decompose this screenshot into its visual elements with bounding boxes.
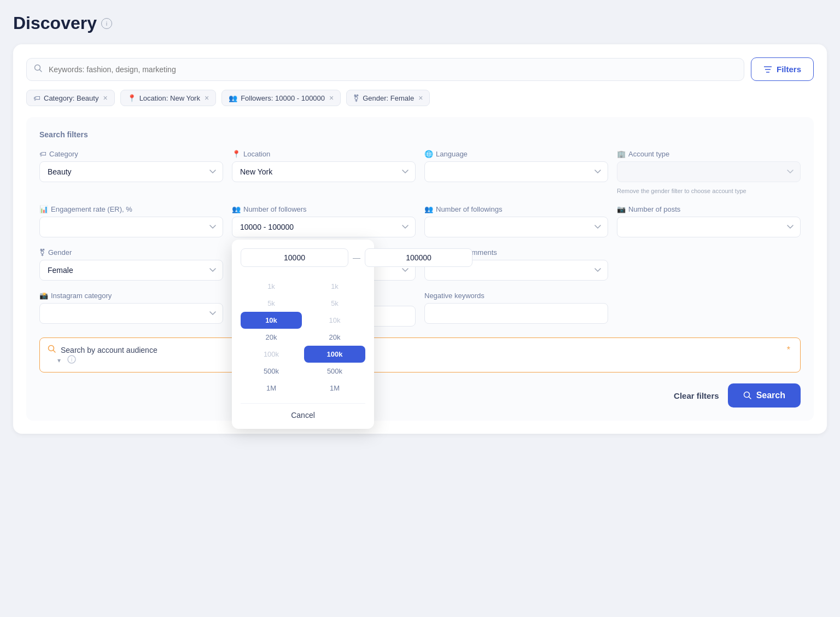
account-type-icon: 🏢 xyxy=(617,150,626,158)
fol-min-1k[interactable]: 1k xyxy=(241,278,302,295)
posts-label-text: Number of posts xyxy=(628,205,680,213)
filters-section: Search filters 🏷 Category Beauty Fashion… xyxy=(26,117,814,421)
fol-min-5k[interactable]: 5k xyxy=(241,295,302,312)
posts-label: 📷 Number of posts xyxy=(617,205,801,213)
clear-filters-button[interactable]: Clear filters xyxy=(674,391,719,400)
active-filters-row: 🏷 Category: Beauty × 📍 Location: New Yor… xyxy=(26,90,814,106)
keyword-search-icon xyxy=(34,64,43,75)
category-label-text: Category xyxy=(49,150,78,158)
fol-max-1k[interactable]: 1k xyxy=(304,278,365,295)
audience-search-icon xyxy=(48,345,56,355)
account-type-hint: Remove the gender filter to choose accou… xyxy=(617,188,801,194)
search-bar-row: Filters xyxy=(26,57,814,81)
fol-min-20k[interactable]: 20k xyxy=(241,329,302,346)
category-icon: 🏷 xyxy=(39,150,46,158)
followers-tag-label: Followers: 10000 - 100000 xyxy=(241,94,325,102)
audience-required-marker: * xyxy=(787,345,790,355)
audience-chevron-icon: ▾ xyxy=(57,357,61,364)
filter-group-account-type: 🏢 Account type Remove the gender filter … xyxy=(617,150,801,194)
er-select[interactable] xyxy=(39,217,223,237)
followers-label-text: Number of followers xyxy=(243,205,307,213)
range-separator: — xyxy=(353,253,360,262)
fol-min-500k[interactable]: 500k xyxy=(241,363,302,380)
negative-keywords-input[interactable] xyxy=(424,303,608,324)
er-icon: 📊 xyxy=(39,205,48,213)
followers-cancel-row: Cancel xyxy=(241,403,365,420)
filter-group-gender: ⚧ Gender Female Male All xyxy=(39,248,223,281)
filter-tag-category: 🏷 Category: Beauty × xyxy=(26,90,115,106)
location-icon: 📍 xyxy=(232,150,241,158)
location-label-text: Location xyxy=(243,150,270,158)
keyword-input-wrap xyxy=(26,58,744,81)
filters-row-1: 🏷 Category Beauty Fashion Lifestyle 📍 Lo… xyxy=(39,150,801,194)
er-label: 📊 Engagement rate (ER), % xyxy=(39,205,223,213)
fol-max-100k[interactable]: 100k xyxy=(304,346,365,363)
audience-search-row[interactable]: Search by account audience * ▾ i xyxy=(39,337,801,372)
gender-select[interactable]: Female Male All xyxy=(39,260,223,281)
filters-title: Search filters xyxy=(39,130,801,139)
followers-tag-remove[interactable]: × xyxy=(329,94,334,102)
followers-cancel-button[interactable]: Cancel xyxy=(291,411,315,420)
gender-tag-remove[interactable]: × xyxy=(418,94,423,102)
followers-tag-icon: 👥 xyxy=(229,94,237,102)
negative-keywords-label: Negative keywords xyxy=(424,292,608,300)
filter-tag-location: 📍 Location: New York × xyxy=(120,90,216,106)
bottom-actions: Clear filters Search xyxy=(39,383,801,408)
gender-tag-icon: ⚧ xyxy=(353,94,359,102)
search-btn-label: Search xyxy=(756,391,785,400)
account-type-select[interactable] xyxy=(617,161,801,182)
keyword-input[interactable] xyxy=(26,58,744,81)
fol-min-1m[interactable]: 1M xyxy=(241,380,302,397)
gender-label: ⚧ Gender xyxy=(39,248,223,257)
location-tag-remove[interactable]: × xyxy=(205,94,209,102)
category-select[interactable]: Beauty Fashion Lifestyle xyxy=(39,161,223,182)
filter-group-followings: 👥 Number of followings xyxy=(424,205,608,237)
filter-group-negative-keywords: Negative keywords xyxy=(424,292,608,327)
language-label: 🌐 Language xyxy=(424,150,608,158)
fol-min-10k[interactable]: 10k xyxy=(241,312,302,329)
category-label: 🏷 Category xyxy=(39,150,223,158)
filter-tag-gender: ⚧ Gender: Female × xyxy=(346,90,430,106)
followers-select[interactable]: 10000 - 100000 xyxy=(232,217,416,237)
posts-select[interactable] xyxy=(617,217,801,237)
followers-min-col: 1k 5k 10k 20k 100k 500k 1M xyxy=(241,275,302,397)
fol-max-20k[interactable]: 20k xyxy=(304,329,365,346)
gender-label-text: Gender xyxy=(48,248,72,257)
audience-info-icon[interactable]: i xyxy=(67,355,785,365)
fol-max-1m[interactable]: 1M xyxy=(304,380,365,397)
filter-group-er: 📊 Engagement rate (ER), % xyxy=(39,205,223,237)
location-tag-label: Location: New York xyxy=(139,94,200,102)
followings-icon: 👥 xyxy=(424,205,433,213)
fol-max-10k[interactable]: 10k xyxy=(304,312,365,329)
language-select[interactable] xyxy=(424,161,608,182)
instagram-category-label-text: Instagram category xyxy=(51,292,112,300)
followers-max-input[interactable] xyxy=(365,248,472,267)
empty-cell-row3 xyxy=(617,248,801,281)
followings-label: 👥 Number of followings xyxy=(424,205,608,213)
followers-min-input[interactable] xyxy=(241,248,348,267)
filters-button[interactable]: Filters xyxy=(751,57,814,81)
fol-max-500k[interactable]: 500k xyxy=(304,363,365,380)
search-button[interactable]: Search xyxy=(728,383,801,408)
er-label-text: Engagement rate (ER), % xyxy=(51,205,132,213)
filter-group-category: 🏷 Category Beauty Fashion Lifestyle xyxy=(39,150,223,194)
category-tag-remove[interactable]: × xyxy=(103,94,107,102)
main-card: Filters 🏷 Category: Beauty × 📍 Location:… xyxy=(13,44,827,434)
followers-label: 👥 Number of followers xyxy=(232,205,416,213)
filter-group-instagram-category: 📸 Instagram category xyxy=(39,292,223,327)
followings-select[interactable] xyxy=(424,217,608,237)
language-icon: 🌐 xyxy=(424,150,433,158)
instagram-category-label: 📸 Instagram category xyxy=(39,292,223,300)
negative-keywords-label-text: Negative keywords xyxy=(424,292,485,300)
title-info-icon[interactable]: i xyxy=(101,18,112,29)
followers-icon: 👥 xyxy=(232,205,241,213)
page-title: Discovery i xyxy=(13,13,827,33)
filter-tag-followers: 👥 Followers: 10000 - 100000 × xyxy=(221,90,341,106)
filter-group-language: 🌐 Language xyxy=(424,150,608,194)
filter-group-followers: 👥 Number of followers 10000 - 100000 — xyxy=(232,205,416,237)
empty-cell-row4 xyxy=(617,292,801,327)
instagram-category-select[interactable] xyxy=(39,303,223,324)
fol-min-100k[interactable]: 100k xyxy=(241,346,302,363)
location-select[interactable]: New York Los Angeles Chicago xyxy=(232,161,416,182)
fol-max-5k[interactable]: 5k xyxy=(304,295,365,312)
